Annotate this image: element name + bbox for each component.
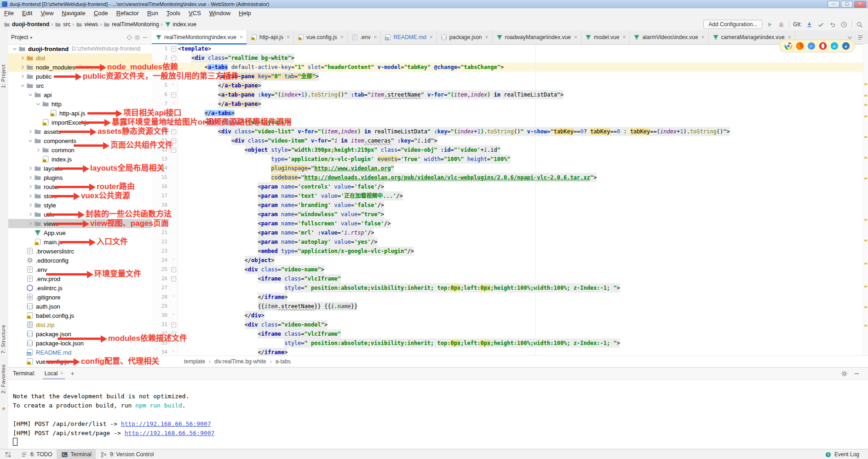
- editor-tab-roadwayManage\index.vue[interactable]: roadwayManage\index.vue×: [493, 30, 581, 44]
- menu-code[interactable]: Code: [90, 8, 112, 18]
- menu-navigate[interactable]: Navigate: [57, 8, 89, 18]
- tree-item-api[interactable]: api: [8, 90, 152, 99]
- fold-marker[interactable]: −: [169, 53, 178, 63]
- fold-marker[interactable]: ⌃: [169, 293, 178, 302]
- fold-marker[interactable]: −: [169, 265, 178, 274]
- tree-item-duoji-frontend[interactable]: duoji-frontendD:\zheheWeb\duoji-frontend: [8, 44, 152, 53]
- tree-item-dist[interactable]: dist: [8, 53, 152, 63]
- editor-tab-alarmVideos\index.vue[interactable]: alarmVideos\index.vue×: [630, 30, 708, 44]
- close-icon[interactable]: ×: [240, 34, 243, 40]
- chevron-down-icon[interactable]: [11, 45, 18, 52]
- tree-item-.editorconfig[interactable]: .editorconfig: [8, 256, 152, 265]
- editor-tab-http-api.js[interactable]: JShttp-api.js×: [247, 30, 294, 44]
- tree-item-.eslintrc.js[interactable]: .eslintrc.js: [8, 283, 152, 293]
- tree-item-store[interactable]: store: [8, 191, 152, 201]
- warning-stripe-mark[interactable]: [864, 178, 867, 179]
- menu-tools[interactable]: Tools: [162, 8, 184, 18]
- gitdown-icon[interactable]: [805, 21, 813, 29]
- opera-browser-icon[interactable]: [819, 42, 827, 50]
- warning-stripe-mark[interactable]: [864, 263, 867, 264]
- chevron-down-icon[interactable]: [19, 82, 26, 89]
- close-button[interactable]: ×: [854, 1, 866, 8]
- ie-browser-icon[interactable]: e: [830, 42, 839, 50]
- firefox-browser-icon[interactable]: [796, 42, 804, 50]
- tree-item-plugins[interactable]: plugins: [8, 173, 152, 182]
- editor-tab-package.json[interactable]: {;}package.json×: [437, 30, 493, 44]
- fold-marker[interactable]: ⌃: [169, 109, 178, 118]
- breadcrumb-item-views[interactable]: views: [76, 21, 98, 28]
- tree-item-.gitignore[interactable]: .gitignore: [8, 293, 152, 302]
- fold-marker[interactable]: ⌃: [169, 99, 178, 109]
- editor-breadcrumb-item[interactable]: a-tabs: [276, 358, 291, 365]
- menu-run[interactable]: Run: [143, 8, 162, 18]
- fold-marker[interactable]: −: [169, 127, 178, 136]
- tree-item-style[interactable]: style: [8, 201, 152, 210]
- close-icon[interactable]: ×: [374, 34, 377, 40]
- editor-tab-vue.config.js[interactable]: JSvue.config.js×: [294, 30, 348, 44]
- fold-marker[interactable]: −: [169, 274, 178, 283]
- terminal-tab-local[interactable]: Local×: [42, 367, 66, 379]
- tree-item-.env.prod[interactable]: .env.prod: [8, 274, 152, 283]
- warning-stripe-mark[interactable]: [864, 325, 867, 327]
- close-icon[interactable]: ×: [60, 370, 63, 377]
- project-panel-title[interactable]: Project: [11, 34, 28, 40]
- editor-tab-README.md[interactable]: MDREADME.md×: [381, 30, 437, 44]
- breadcrumb-item-duoji-frontend[interactable]: duoji-frontend: [4, 21, 49, 28]
- tree-item-http[interactable]: http: [8, 99, 152, 109]
- chevron-right-icon[interactable]: [27, 174, 34, 181]
- chevron-right-icon[interactable]: [27, 128, 34, 135]
- warning-stripe-mark[interactable]: [864, 157, 867, 159]
- tree-item-package.json[interactable]: {;}package.json: [8, 329, 152, 339]
- fold-marker[interactable]: ⌃: [169, 81, 178, 90]
- chevron-right-icon[interactable]: [34, 146, 42, 154]
- terminal-link[interactable]: http://192.168.66.56:9007: [121, 420, 211, 427]
- editor-tab-.env[interactable]: .env×: [348, 30, 381, 44]
- fold-marker[interactable]: −: [169, 329, 178, 339]
- chevron-down-icon[interactable]: [27, 91, 34, 98]
- close-icon[interactable]: ×: [622, 34, 626, 40]
- tool-window-button-project[interactable]: 1: Project: [0, 64, 6, 88]
- error-stripe[interactable]: [863, 44, 868, 358]
- chevron-right-icon[interactable]: [19, 63, 26, 71]
- fold-marker[interactable]: −: [169, 90, 178, 99]
- close-icon[interactable]: ×: [485, 34, 489, 40]
- warning-stripe-mark[interactable]: [864, 219, 867, 221]
- tree-item-http-api.js[interactable]: JShttp-api.js: [8, 109, 152, 118]
- fold-marker[interactable]: ⌃: [169, 311, 178, 320]
- editor-breadcrumb-item[interactable]: template: [184, 358, 205, 365]
- terminal-link[interactable]: http://192.168.66.56:9007: [125, 430, 215, 436]
- chevron-right-icon[interactable]: [27, 211, 34, 218]
- chevron-right-icon[interactable]: [19, 73, 26, 80]
- tree-item-auth.json[interactable]: {;}auth.json: [8, 302, 152, 311]
- minimize-button[interactable]: —: [828, 1, 839, 8]
- fold-marker[interactable]: −: [169, 118, 178, 127]
- tree-item-README.md[interactable]: MDREADME.md: [8, 348, 152, 357]
- edge-browser-icon[interactable]: e: [842, 42, 850, 50]
- close-icon[interactable]: ×: [701, 34, 705, 40]
- fold-marker[interactable]: −: [169, 63, 178, 72]
- tree-item-.env[interactable]: .env: [8, 265, 152, 274]
- menu-edit[interactable]: Edit: [18, 8, 36, 18]
- warning-stripe-mark[interactable]: [864, 286, 867, 287]
- add-configuration-button[interactable]: Add Configuration...: [703, 20, 762, 29]
- chevron-right-icon[interactable]: [27, 183, 34, 190]
- breadcrumb-item-index.vue[interactable]: index.vue: [165, 21, 196, 28]
- close-icon[interactable]: ×: [287, 34, 290, 40]
- close-icon[interactable]: ×: [574, 34, 577, 40]
- safari-browser-icon[interactable]: [807, 42, 816, 50]
- code-editor[interactable]: 1−<template>2− <div class="realTime bg-w…: [152, 44, 868, 358]
- tree-item-components[interactable]: components: [8, 136, 152, 145]
- breadcrumb-item-realTimeMonitoring[interactable]: realTimeMonitoring: [103, 21, 159, 28]
- warning-stripe-mark[interactable]: [864, 104, 867, 106]
- statusbar-menu[interactable]: [0, 449, 16, 459]
- locate-file-icon[interactable]: [126, 34, 133, 41]
- menu-refactor[interactable]: Refactor: [112, 8, 143, 18]
- statusbar-6-todo[interactable]: 6: TODO: [16, 449, 57, 459]
- warning-stripe-mark[interactable]: [864, 115, 867, 117]
- new-terminal-button[interactable]: +: [70, 370, 74, 377]
- menu-help[interactable]: Help: [235, 8, 255, 18]
- close-icon[interactable]: ×: [430, 34, 433, 40]
- menu-view[interactable]: View: [36, 8, 57, 18]
- tree-item-src[interactable]: src: [8, 81, 152, 90]
- chevron-right-icon[interactable]: [27, 201, 34, 209]
